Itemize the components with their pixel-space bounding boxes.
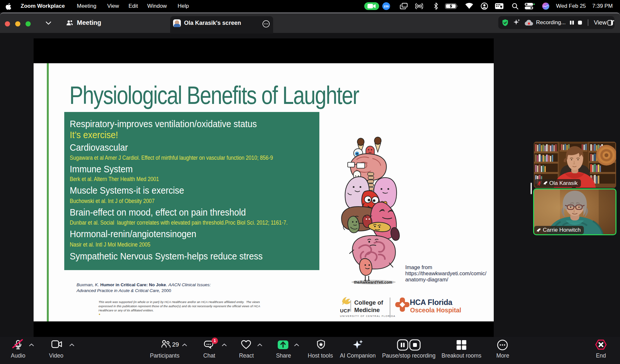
- svg-text:UCF: UCF: [340, 308, 350, 313]
- svg-text:theAwkwardYeti.com: theAwkwardYeti.com: [354, 280, 392, 285]
- svg-text:College of: College of: [354, 299, 383, 306]
- svg-text:Medicine: Medicine: [354, 307, 380, 313]
- svg-text:UNIVERSITY OF CENTRAL FLORIDA: UNIVERSITY OF CENTRAL FLORIDA: [340, 315, 396, 318]
